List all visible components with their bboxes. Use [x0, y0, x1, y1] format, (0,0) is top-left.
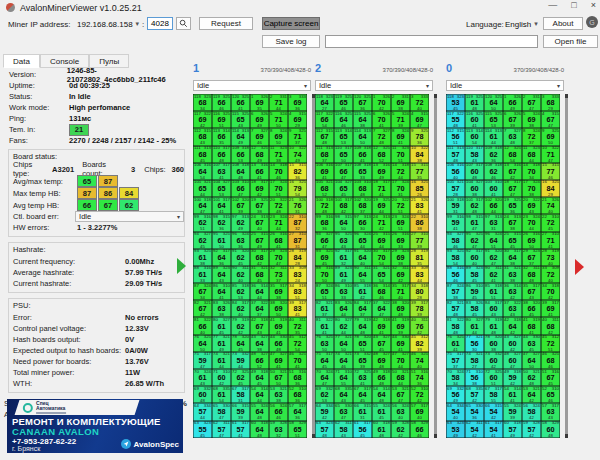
board-mode-combobox[interactable]: Idle▾: [446, 80, 564, 91]
chip-cell: 213267440: [541, 197, 560, 214]
chip-cell: 673175831: [231, 386, 250, 403]
minimize-button[interactable]: —: [548, 0, 557, 10]
maximize-button[interactable]: □: [571, 0, 576, 10]
chip-temp: 63: [315, 340, 334, 347]
chip-temp: 65: [334, 151, 353, 158]
chip-cell: 563246340: [391, 403, 410, 420]
chip-cell: 1143136144: [484, 128, 503, 145]
chip-temp: 62: [212, 219, 231, 226]
chip-subtemp: 42: [522, 433, 541, 438]
chip-temp: 64: [522, 357, 541, 364]
open-file-button[interactable]: Open file: [543, 35, 598, 48]
chip-temp: 64: [353, 271, 372, 278]
temp-badge: 87: [98, 175, 118, 187]
chip-cell: 973136630: [353, 214, 372, 231]
banner-telegram[interactable]: AvalonSpec: [121, 439, 180, 449]
scroll-left-arrow[interactable]: [177, 258, 186, 274]
chip-id: 6: [504, 112, 506, 117]
chip-temp: 58: [465, 357, 484, 364]
chip-temp: 57: [446, 305, 465, 312]
banner-city: г. Брянск: [12, 445, 40, 452]
chip-cell: 493185942: [503, 369, 522, 386]
chip-cell: 273107141: [541, 232, 560, 249]
chip-cell: 453127254: [288, 335, 307, 352]
chip-temp: 64: [372, 305, 391, 312]
temp-row-label: Avg/max temp:: [13, 177, 77, 186]
chip-temp: 61: [212, 357, 231, 364]
save-log-button[interactable]: Save log: [262, 35, 320, 48]
banner-logo-subline: [36, 412, 66, 414]
chip-id: 2: [523, 95, 525, 100]
chips-type-label: Chips type:: [13, 160, 46, 178]
chip-id: 1: [251, 95, 253, 100]
chip-temp: 66: [410, 426, 429, 433]
tab-data[interactable]: Data: [3, 54, 40, 68]
chip-temp: 55: [193, 426, 212, 433]
chip-temp: 66: [193, 323, 212, 330]
request-button[interactable]: Request: [199, 17, 253, 30]
chip-temp: 59: [315, 408, 334, 415]
chip-cell: 53246938: [522, 111, 541, 128]
board-scrollbar[interactable]: [565, 94, 568, 438]
ad-banner[interactable]: Спец Автоматика РЕМОНТ И КОМПЛЕКТУЮЩИЕ C…: [7, 399, 183, 453]
chip-temp: 71: [372, 185, 391, 192]
chip-temp: 68: [315, 219, 334, 226]
chip-cell: 13267042: [372, 94, 391, 111]
chip-temp: 74: [410, 357, 429, 364]
board-mode-combobox[interactable]: Idle▾: [193, 80, 311, 91]
chevron-down-icon: ▾: [534, 20, 538, 28]
chip-grid: 1183236834119325664612032566411326693523…: [193, 94, 307, 438]
chip-cell: 293236938: [391, 249, 410, 266]
chip-cell: 713106455: [334, 369, 353, 386]
chip-temp: 71: [541, 237, 560, 244]
scroll-right-arrow[interactable]: [575, 259, 584, 275]
language-combobox[interactable]: English ▾: [505, 18, 537, 30]
ctl-err-combobox[interactable]: Idle ▾: [75, 211, 184, 222]
chip-cell: 503216844: [391, 369, 410, 386]
board-scrollbar[interactable]: [434, 94, 437, 438]
temp-badge: 67: [98, 199, 118, 211]
chip-temp: 64: [353, 323, 372, 330]
chip-temp: 68: [315, 185, 334, 192]
chip-cell: 1173226654: [315, 111, 334, 128]
chip-cell: 33336829: [541, 94, 560, 111]
chip-cell: 63267041: [372, 111, 391, 128]
chip-cell: 373226437: [250, 300, 269, 317]
port-input[interactable]: [147, 17, 173, 30]
close-button[interactable]: ×: [591, 0, 596, 10]
chip-temp: 87: [288, 237, 307, 244]
chip-cell: 133166742: [503, 163, 522, 180]
app-badge-icon[interactable]: G: [586, 16, 598, 28]
chip-cell: 463257440: [410, 352, 429, 369]
chip-cell: 1113135748: [446, 146, 465, 163]
chip-temp: 63: [334, 237, 353, 244]
chip-cell: 93256950: [541, 128, 560, 145]
chip-subtemp: 47: [212, 433, 231, 438]
chips-label: Chips:: [144, 165, 165, 174]
chip-temp: 67: [231, 202, 250, 209]
chip-cell: 323116848: [522, 266, 541, 283]
chip-cell: 543146448: [372, 386, 391, 403]
chip-temp: 67: [315, 133, 334, 140]
chip-cell: 713106042: [212, 369, 231, 386]
chip-cell: 1123155651: [446, 128, 465, 145]
chip-temp: 76: [410, 323, 429, 330]
capture-screen-button[interactable]: Capture screen: [262, 17, 320, 30]
chip-id: 1: [504, 95, 506, 100]
chip-temp: 67: [353, 99, 372, 106]
about-button[interactable]: About: [543, 17, 583, 30]
chip-cell: 803276145: [212, 317, 231, 334]
info-value: 2270 / 2248 / 2157 / 2142 - 25%: [69, 136, 176, 145]
chip-temp: 58: [212, 408, 231, 415]
search-button[interactable]: [176, 17, 191, 30]
board-mode-combobox[interactable]: Idle▾: [315, 80, 433, 91]
chip-temp: 86: [410, 219, 429, 226]
chip-temp: 72: [410, 391, 429, 398]
info-label: Fans:: [9, 136, 69, 145]
log-path-input[interactable]: [325, 35, 538, 48]
chip-cell: 563246646: [269, 403, 288, 420]
chip-cell: 903116240: [231, 266, 250, 283]
ip-combobox[interactable]: 192.168.68.158 ▾: [77, 18, 137, 30]
chip-cell: 473276450: [522, 352, 541, 369]
chip-cell: 33337240: [410, 94, 429, 111]
